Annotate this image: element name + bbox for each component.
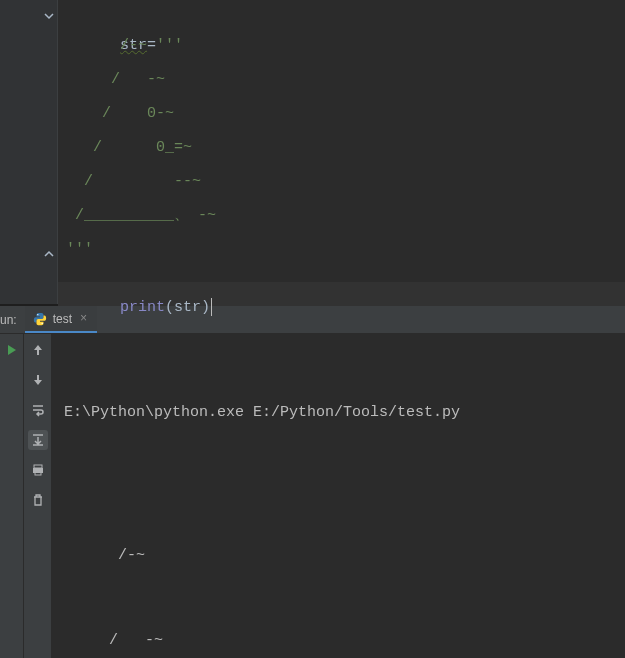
fold-marker-close[interactable] [43, 248, 55, 260]
assign-operator: = [147, 37, 156, 54]
arrow-down-icon[interactable] [28, 370, 48, 390]
ascii-art-line: /__________、 -~ [66, 207, 216, 224]
scroll-to-end-icon[interactable] [28, 430, 48, 450]
run-panel: un: test × [0, 306, 625, 658]
editor-caret [211, 298, 212, 316]
editor-gutter [0, 0, 58, 304]
paren-open: ( [165, 299, 174, 316]
print-icon[interactable] [28, 460, 48, 480]
run-toolbar-left [0, 334, 24, 658]
svg-point-0 [37, 313, 38, 314]
output-line: / -~ [64, 627, 613, 656]
soft-wrap-icon[interactable] [28, 400, 48, 420]
ascii-art-line: / 0-~ [66, 105, 174, 122]
ascii-art-line: / -~ [66, 71, 165, 88]
fold-marker[interactable] [43, 10, 55, 22]
arrow-up-icon[interactable] [28, 340, 48, 360]
output-line: /-~ [64, 542, 613, 571]
print-function: print [120, 299, 165, 316]
output-command-line: E:\Python\python.exe E:/Python/Tools/tes… [64, 399, 613, 428]
trash-icon[interactable] [28, 490, 48, 510]
editor-area: str=''' /-~ / -~ / 0-~ / 0_=~ / --~ /___… [0, 0, 625, 304]
string-close-quote: ''' [66, 241, 93, 258]
run-panel-label: un: [0, 306, 25, 333]
python-file-icon [33, 312, 47, 326]
ascii-art-line: / 0_=~ [66, 139, 192, 156]
run-body: E:\Python\python.exe E:/Python/Tools/tes… [0, 334, 625, 658]
ascii-art-line: / --~ [66, 173, 201, 190]
rerun-button[interactable] [2, 340, 22, 360]
svg-rect-2 [34, 465, 42, 468]
ascii-art-line: /-~ [66, 37, 147, 54]
paren-close: ) [201, 299, 210, 316]
run-toolbar-right [24, 334, 52, 658]
string-open-quote: ''' [156, 37, 183, 54]
editor-content[interactable]: str=''' /-~ / -~ / 0-~ / 0_=~ / --~ /___… [58, 0, 625, 304]
run-output[interactable]: E:\Python\python.exe E:/Python/Tools/tes… [52, 334, 625, 658]
svg-point-1 [41, 322, 42, 323]
print-argument: str [174, 299, 201, 316]
